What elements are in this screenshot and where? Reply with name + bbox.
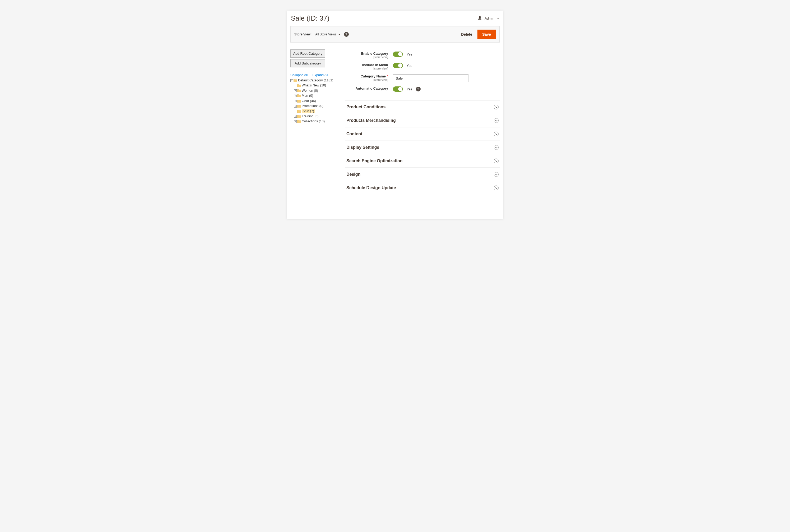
folder-icon	[297, 104, 301, 108]
expand-icon[interactable]	[294, 115, 297, 118]
folder-icon	[297, 84, 301, 87]
include-in-menu-toggle[interactable]	[393, 63, 403, 68]
chevron-down-icon	[494, 132, 499, 136]
tree-node[interactable]: What's New (10)	[302, 83, 326, 87]
expand-icon[interactable]	[294, 89, 297, 92]
tree-node[interactable]: Collections (13)	[302, 119, 325, 123]
enable-category-label: Enable Category [store view]	[345, 52, 393, 59]
category-sidebar: Add Root Category Add Subcategory Collap…	[290, 50, 340, 194]
store-view-select[interactable]: All Store Views	[315, 33, 340, 36]
leaf-icon	[294, 110, 297, 113]
category-name-label: Category Name* [store view]	[345, 74, 393, 81]
folder-icon	[297, 120, 301, 123]
sections: Product Conditions Products Merchandisin…	[345, 100, 500, 194]
admin-menu[interactable]: Admin	[478, 16, 499, 21]
folder-icon	[297, 94, 301, 97]
folder-icon	[297, 100, 301, 102]
folder-icon	[293, 79, 297, 82]
include-in-menu-value: Yes	[407, 64, 412, 68]
chevron-down-icon	[494, 104, 499, 109]
enable-category-toggle[interactable]	[393, 52, 403, 57]
delete-button[interactable]: Delete	[461, 32, 472, 36]
automatic-category-toggle[interactable]	[393, 87, 403, 92]
expand-icon[interactable]	[294, 95, 297, 97]
folder-icon	[297, 110, 301, 113]
expand-icon[interactable]	[294, 105, 297, 108]
category-form: Enable Category [store view] Yes Include…	[343, 50, 500, 194]
tree-node[interactable]: Promotions (0)	[302, 104, 323, 108]
section-schedule-design-update[interactable]: Schedule Design Update	[345, 181, 500, 194]
page-header: Sale (ID: 37) Admin	[287, 11, 503, 25]
store-view: Store View: All Store Views ?	[294, 32, 349, 37]
tree-node[interactable]: Default Category (1181)	[298, 78, 333, 82]
caret-down-icon	[497, 18, 499, 19]
section-products-merchandising[interactable]: Products Merchandising	[345, 114, 500, 127]
category-tree: Default Category (1181) What's New (10) …	[290, 78, 340, 124]
collapse-icon[interactable]	[290, 79, 293, 82]
automatic-category-row: Automatic Category Yes ?	[345, 84, 500, 94]
include-in-menu-row: Include in Menu [store view] Yes	[345, 61, 500, 72]
action-buttons: Delete Save	[461, 30, 496, 39]
chevron-down-icon	[494, 172, 499, 177]
chevron-down-icon	[494, 186, 499, 190]
body: Add Root Category Add Subcategory Collap…	[287, 42, 503, 200]
expand-icon[interactable]	[294, 120, 297, 123]
add-root-category-button[interactable]: Add Root Category	[290, 50, 325, 58]
section-product-conditions[interactable]: Product Conditions	[345, 100, 500, 114]
action-bar: Store View: All Store Views ? Delete Sav…	[290, 26, 500, 42]
tree-node-selected[interactable]: Sale (7)	[302, 109, 315, 113]
tree-node[interactable]: Training (6)	[302, 114, 319, 118]
admin-label: Admin	[485, 16, 494, 20]
collapse-all-link[interactable]: Collapse All	[290, 73, 308, 77]
tree-node[interactable]: Gear (46)	[302, 99, 316, 103]
automatic-category-label: Automatic Category	[345, 87, 393, 90]
section-seo[interactable]: Search Engine Optimization	[345, 154, 500, 168]
section-design[interactable]: Design	[345, 168, 500, 181]
folder-icon	[297, 89, 301, 92]
store-view-value: All Store Views	[315, 33, 336, 36]
section-content[interactable]: Content	[345, 127, 500, 141]
expand-icon[interactable]	[294, 100, 297, 102]
tree-node[interactable]: Men (0)	[302, 94, 313, 97]
required-star-icon: *	[387, 74, 388, 78]
caret-down-icon	[338, 34, 340, 35]
chevron-down-icon	[494, 145, 499, 150]
section-display-settings[interactable]: Display Settings	[345, 141, 500, 154]
tree-controls: Collapse All | Expand All	[290, 73, 340, 77]
folder-icon	[297, 115, 301, 118]
store-view-label: Store View:	[294, 33, 311, 36]
enable-category-value: Yes	[407, 52, 412, 56]
separator: |	[309, 73, 311, 77]
category-name-input[interactable]	[393, 74, 468, 82]
user-icon	[478, 16, 482, 21]
help-icon[interactable]: ?	[344, 32, 349, 37]
tree-node[interactable]: Women (0)	[302, 89, 318, 93]
category-name-row: Category Name* [store view]	[345, 72, 500, 84]
chevron-down-icon	[494, 118, 499, 123]
page-title: Sale (ID: 37)	[291, 14, 329, 22]
help-icon[interactable]: ?	[416, 87, 421, 92]
leaf-icon	[294, 84, 297, 87]
automatic-category-value: Yes	[407, 87, 412, 91]
category-edit-panel: Sale (ID: 37) Admin Store View: All Stor…	[287, 11, 503, 220]
enable-category-row: Enable Category [store view] Yes	[345, 50, 500, 61]
chevron-down-icon	[494, 158, 499, 163]
include-in-menu-label: Include in Menu [store view]	[345, 63, 393, 70]
add-subcategory-button[interactable]: Add Subcategory	[290, 59, 325, 68]
save-button[interactable]: Save	[478, 30, 496, 39]
expand-all-link[interactable]: Expand All	[312, 73, 328, 77]
